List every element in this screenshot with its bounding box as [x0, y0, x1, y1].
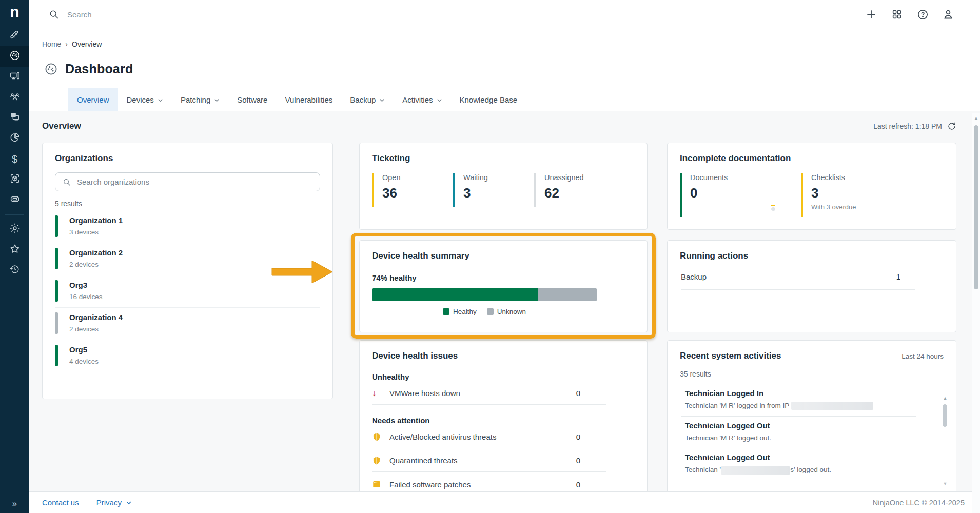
- search-icon: [49, 9, 59, 19]
- global-search-input[interactable]: [67, 10, 375, 19]
- unknown-legend-swatch: [487, 308, 494, 315]
- health-issues-title: Device health issues: [360, 341, 647, 361]
- organizations-search-input[interactable]: [77, 177, 312, 186]
- activity-list-item[interactable]: Technician Logged Out Technician 's' log…: [681, 448, 916, 480]
- running-action-row[interactable]: Backup 1: [681, 272, 915, 290]
- page-scrollbar[interactable]: ▲: [972, 113, 980, 513]
- chevron-down-icon: [126, 500, 132, 506]
- sidebar-expand-button[interactable]: »: [0, 499, 29, 509]
- ticketing-stat-open[interactable]: Open 36: [372, 173, 453, 207]
- sidebar-item-getting-started[interactable]: [0, 26, 29, 46]
- footer: Contact us Privacy NinjaOne LLC © 2014-2…: [29, 491, 980, 513]
- tab-vulnerabilities[interactable]: Vulnerabilities: [276, 88, 341, 111]
- organization-list-item[interactable]: Org5 4 devices: [55, 340, 320, 372]
- tab-backup[interactable]: Backup: [341, 88, 394, 111]
- page-title: Dashboard: [65, 62, 133, 76]
- device-health-progress-bar[interactable]: [372, 288, 597, 301]
- recent-activities-card: Recent system activities Last 24 hours 3…: [667, 340, 956, 498]
- contact-us-link[interactable]: Contact us: [42, 498, 79, 507]
- sidebar: n: [0, 0, 29, 513]
- group-label-unhealthy: Unhealthy: [372, 372, 635, 381]
- sidebar-item-inventory[interactable]: [0, 169, 29, 190]
- users-icon: [9, 91, 21, 104]
- activities-range-label: Last 24 hours: [901, 352, 944, 360]
- devices-icon: [9, 70, 21, 84]
- ticketing-title: Ticketing: [360, 143, 647, 164]
- history-clock-icon: [9, 264, 21, 277]
- organization-list-item[interactable]: Organization 1 3 devices: [55, 211, 320, 243]
- running-actions-title: Running actions: [668, 241, 956, 261]
- page-scrollbar-thumb[interactable]: [974, 125, 978, 289]
- tab-activities[interactable]: Activities: [394, 88, 450, 111]
- sidebar-item-end-users[interactable]: [0, 87, 29, 108]
- overdue-mini-indicator: [771, 205, 775, 206]
- activity-list-item[interactable]: Technician Logged Out Technician 'M R' l…: [681, 417, 916, 448]
- healthy-legend-swatch: [443, 308, 449, 315]
- sidebar-item-history[interactable]: [0, 260, 29, 281]
- ticketing-stat-waiting[interactable]: Waiting 3: [453, 173, 534, 207]
- help-icon[interactable]: [916, 8, 929, 21]
- ninjaone-logo[interactable]: n: [0, 0, 29, 26]
- copyright-text: NinjaOne LLC © 2014-2025: [873, 499, 965, 507]
- device-health-title: Device health summary: [360, 241, 647, 261]
- topbar: [29, 0, 980, 29]
- dollar-icon: $: [12, 153, 17, 165]
- shield-icon: [372, 432, 381, 442]
- tab-patching[interactable]: Patching: [172, 88, 228, 111]
- ticket-icon: [9, 193, 21, 207]
- activities-result-count: 35 results: [680, 370, 944, 378]
- sidebar-item-favorites[interactable]: [0, 240, 29, 260]
- pie-chart-icon: [9, 132, 21, 145]
- device-health-summary-card: Device health summary 74% healthy Health…: [359, 240, 648, 332]
- documentation-stat-documents[interactable]: Documents 0: [680, 173, 801, 217]
- unknown-legend-label: Unknown: [497, 308, 526, 315]
- chevron-down-icon: [158, 97, 163, 103]
- tab-devices[interactable]: Devices: [118, 88, 172, 111]
- activity-list-item[interactable]: Technician Logged In Technician 'M R' lo…: [681, 384, 916, 417]
- tab-software[interactable]: Software: [228, 88, 276, 111]
- running-action-count: 1: [896, 272, 900, 281]
- redacted-text-block: [721, 466, 790, 475]
- breadcrumb: Home › Overview: [42, 40, 102, 48]
- documentation-stat-checklists[interactable]: Checklists 3 With 3 overdue: [801, 173, 922, 217]
- apps-grid-icon[interactable]: [891, 8, 903, 21]
- scroll-up-icon[interactable]: ▲: [972, 113, 980, 123]
- scroll-down-icon[interactable]: ▼: [942, 481, 949, 486]
- organizations-result-count: 5 results: [55, 200, 320, 208]
- organizations-title: Organizations: [43, 143, 332, 164]
- issue-row-quarantined-threats[interactable]: Quarantined threats 0: [372, 449, 606, 472]
- sidebar-item-billing[interactable]: $: [0, 149, 29, 169]
- documentation-title: Incomplete documentation: [668, 143, 956, 164]
- activities-scrollbar[interactable]: ▲ ▼: [942, 393, 949, 494]
- issue-row-antivirus-threats[interactable]: Active/Blocked antivirus threats 0: [372, 426, 606, 448]
- gear-icon: [9, 223, 21, 236]
- sidebar-item-devices[interactable]: [0, 67, 29, 87]
- sidebar-item-ticketing[interactable]: [0, 190, 29, 210]
- sidebar-item-dashboard[interactable]: [0, 46, 29, 67]
- organization-list-item[interactable]: Organization 4 2 devices: [55, 308, 320, 340]
- redacted-text-block: [791, 402, 873, 410]
- breadcrumb-home[interactable]: Home: [42, 40, 61, 48]
- profile-icon[interactable]: [942, 8, 954, 21]
- checklists-overdue-note: With 3 overdue: [811, 203, 922, 211]
- patch-window-icon: [372, 480, 381, 489]
- ticketing-stat-unassigned[interactable]: Unassigned 62: [534, 173, 615, 207]
- down-arrow-icon: ↓: [372, 388, 377, 399]
- sidebar-item-settings[interactable]: [0, 219, 29, 240]
- org-status-bar: [55, 280, 58, 302]
- tab-knowledge-base[interactable]: Knowledge Base: [451, 88, 526, 111]
- scroll-up-icon[interactable]: ▲: [942, 393, 949, 403]
- org-status-bar: [55, 312, 58, 334]
- add-icon[interactable]: [865, 8, 877, 21]
- organization-list-item[interactable]: Organization 2 2 devices: [55, 243, 320, 275]
- tab-overview[interactable]: Overview: [68, 88, 118, 111]
- sidebar-item-reporting[interactable]: [0, 128, 29, 149]
- shield-icon: [372, 456, 381, 465]
- issue-row-vmware-hosts-down[interactable]: ↓ VMWare hosts down 0: [372, 382, 606, 405]
- privacy-link[interactable]: Privacy: [96, 498, 132, 507]
- sidebar-item-remote-screens[interactable]: [0, 108, 29, 128]
- device-health-legend: Healthy Unknown: [372, 308, 597, 315]
- refresh-icon[interactable]: [947, 122, 956, 131]
- activities-scrollbar-thumb[interactable]: [943, 404, 947, 427]
- organization-list-item[interactable]: Org3 16 devices: [55, 275, 320, 308]
